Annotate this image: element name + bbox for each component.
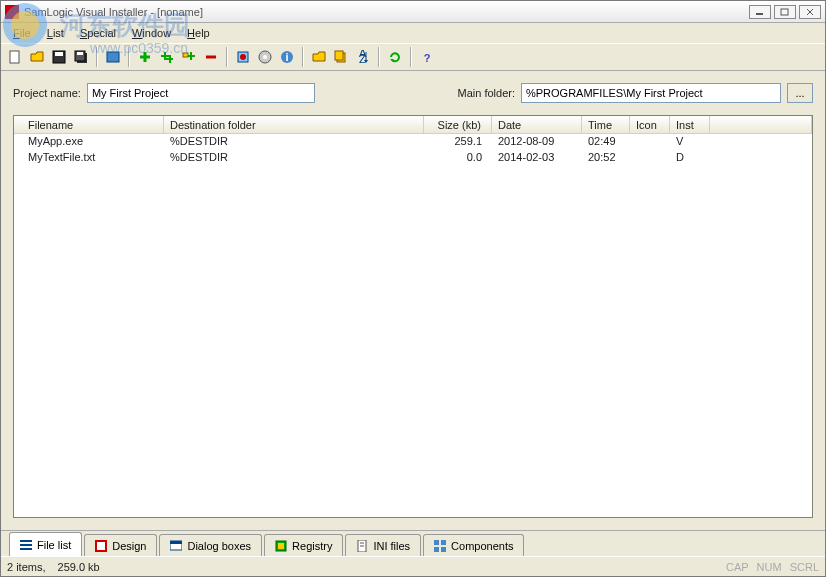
refresh-icon[interactable] [385, 47, 405, 67]
add-icon[interactable] [135, 47, 155, 67]
maximize-button[interactable] [774, 5, 796, 19]
status-bar: 2 items, 259.0 kb CAP NUM SCRL [1, 556, 825, 576]
svg-point-22 [240, 54, 246, 60]
minimize-button[interactable] [749, 5, 771, 19]
status-cap: CAP [726, 561, 749, 573]
list-icon [20, 539, 32, 551]
svg-rect-47 [434, 547, 439, 552]
content-area: Project name: Main folder: ... Filename … [1, 71, 825, 530]
table-row[interactable]: MyApp.exe%DESTDIR259.12012-08-0902:49V [14, 134, 812, 150]
tab-filelist[interactable]: File list [9, 532, 82, 556]
preview-icon[interactable] [103, 47, 123, 67]
svg-text:Z: Z [359, 53, 366, 64]
remove-icon[interactable] [201, 47, 221, 67]
menu-file[interactable]: File [5, 25, 39, 41]
help-icon[interactable]: ? [417, 47, 437, 67]
svg-text:?: ? [424, 52, 431, 64]
save-icon[interactable] [49, 47, 69, 67]
tab-registry[interactable]: Registry [264, 534, 343, 556]
design-icon [95, 540, 107, 552]
browse-button[interactable]: ... [787, 83, 813, 103]
col-date[interactable]: Date [492, 116, 582, 133]
tab-ini[interactable]: INI files [345, 534, 421, 556]
menu-bar: File List Special Window Help [1, 23, 825, 43]
app-window: SamLogic Visual Installer - [noname] Fil… [0, 0, 826, 577]
menu-special[interactable]: Special [72, 25, 124, 41]
status-size: 259.0 kb [58, 561, 100, 573]
svg-rect-4 [10, 51, 19, 63]
col-time[interactable]: Time [582, 116, 630, 133]
registry-icon [275, 540, 287, 552]
svg-rect-6 [55, 52, 63, 56]
list-header: Filename Destination folder Size (kb) Da… [14, 116, 812, 134]
status-items: 2 items, [7, 561, 46, 573]
svg-rect-34 [20, 544, 32, 546]
list-body[interactable]: MyApp.exe%DESTDIR259.12012-08-0902:49VMy… [14, 134, 812, 517]
close-button[interactable] [799, 5, 821, 19]
folder-icon[interactable] [309, 47, 329, 67]
col-inst[interactable]: Inst [670, 116, 710, 133]
svg-rect-17 [183, 53, 188, 57]
project-name-input[interactable] [87, 83, 315, 103]
menu-help[interactable]: Help [179, 25, 218, 41]
main-folder-label: Main folder: [458, 87, 515, 99]
info-icon[interactable]: i [277, 47, 297, 67]
col-spacer [710, 116, 812, 133]
svg-rect-46 [441, 540, 446, 545]
svg-rect-41 [278, 543, 284, 549]
add-tree-icon[interactable] [179, 47, 199, 67]
svg-rect-10 [107, 52, 119, 62]
ini-icon [356, 540, 368, 552]
dialog-icon [170, 540, 182, 552]
tab-design[interactable]: Design [84, 534, 157, 556]
file-list[interactable]: Filename Destination folder Size (kb) Da… [13, 115, 813, 518]
svg-rect-37 [97, 542, 105, 550]
build-icon[interactable] [233, 47, 253, 67]
svg-rect-9 [77, 52, 83, 55]
svg-rect-39 [170, 541, 182, 544]
tab-components[interactable]: Components [423, 534, 524, 556]
title-bar[interactable]: SamLogic Visual Installer - [noname] [1, 1, 825, 23]
components-icon [434, 540, 446, 552]
col-dest[interactable]: Destination folder [164, 116, 424, 133]
svg-text:i: i [285, 51, 288, 63]
svg-rect-28 [335, 51, 343, 60]
new-icon[interactable] [5, 47, 25, 67]
open-icon[interactable] [27, 47, 47, 67]
app-icon [5, 5, 19, 19]
save-all-icon[interactable] [71, 47, 91, 67]
disk-icon[interactable] [255, 47, 275, 67]
table-row[interactable]: MyTextFile.txt%DESTDIR0.02014-02-0320:52… [14, 150, 812, 166]
svg-point-24 [263, 55, 267, 59]
status-num: NUM [757, 561, 782, 573]
main-folder-input[interactable] [521, 83, 781, 103]
svg-rect-33 [20, 540, 32, 542]
toolbar: i AZ ? [1, 43, 825, 71]
col-size[interactable]: Size (kb) [424, 116, 492, 133]
col-filename[interactable]: Filename [14, 116, 164, 133]
col-icon[interactable]: Icon [630, 116, 670, 133]
project-name-label: Project name: [13, 87, 81, 99]
tab-dialog[interactable]: Dialog boxes [159, 534, 262, 556]
copy-icon[interactable] [331, 47, 351, 67]
svg-rect-48 [441, 547, 446, 552]
add-multi-icon[interactable] [157, 47, 177, 67]
tab-bar: File list Design Dialog boxes Registry I… [1, 530, 825, 556]
svg-rect-35 [20, 548, 32, 550]
menu-window[interactable]: Window [124, 25, 179, 41]
sort-icon[interactable]: AZ [353, 47, 373, 67]
status-scrl: SCRL [790, 561, 819, 573]
svg-rect-1 [781, 9, 788, 15]
svg-rect-45 [434, 540, 439, 545]
window-title: SamLogic Visual Installer - [noname] [24, 6, 749, 18]
menu-list[interactable]: List [39, 25, 72, 41]
